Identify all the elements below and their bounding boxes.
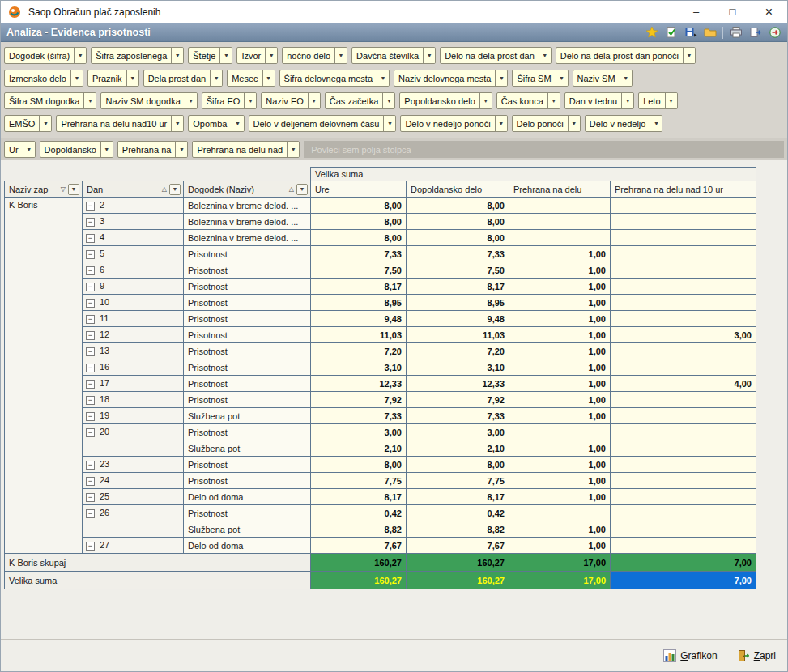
dropdown-arrow-icon[interactable]: ▼ bbox=[620, 70, 632, 86]
dropdown-arrow-icon[interactable]: ▼ bbox=[171, 48, 183, 63]
dropdown-arrow-icon[interactable]: ▼ bbox=[100, 142, 113, 157]
value-cell[interactable]: 1,00 bbox=[509, 457, 611, 473]
filter-field-popoldansko-delo[interactable]: Popoldansko delo▼ bbox=[399, 92, 492, 109]
collapse-icon[interactable]: − bbox=[86, 396, 95, 405]
filter-field-prehrana-na-delu-nad10-ur[interactable]: Prehrana na delu nad10 ur▼ bbox=[56, 115, 184, 132]
value-cell[interactable]: 8,17 bbox=[311, 489, 407, 505]
filter-field-as-za-etka[interactable]: Čas začetka▼ bbox=[325, 92, 396, 109]
value-cell[interactable] bbox=[611, 359, 756, 376]
value-cell[interactable]: 0,42 bbox=[311, 505, 407, 521]
window-minimize-button[interactable]: – bbox=[678, 1, 714, 23]
value-cell[interactable] bbox=[611, 279, 756, 295]
filter-field-delo-v-deljenem-delovnem-asu[interactable]: Delo v deljenem delovnem času▼ bbox=[249, 115, 397, 132]
value-cell[interactable]: 8,00 bbox=[311, 198, 407, 214]
value-cell[interactable] bbox=[611, 424, 756, 440]
value-cell[interactable] bbox=[611, 440, 756, 457]
event-cell[interactable]: Prisotnost bbox=[184, 392, 311, 408]
value-cell[interactable]: 1,00 bbox=[509, 262, 611, 279]
total-value-cell[interactable]: 160,27 bbox=[407, 572, 509, 589]
event-cell[interactable]: Prisotnost bbox=[184, 424, 311, 440]
filter-field-naziv-delovnega-mesta[interactable]: Naziv delovnega mesta▼ bbox=[394, 70, 508, 87]
filter-field-naziv-sm-dogodka[interactable]: Naziv SM dogodka▼ bbox=[100, 92, 197, 109]
event-cell[interactable]: Prisotnost bbox=[184, 457, 311, 473]
value-cell[interactable]: 8,00 bbox=[311, 230, 407, 246]
day-cell[interactable]: −23 bbox=[83, 457, 184, 473]
day-cell[interactable]: −4 bbox=[83, 230, 184, 246]
value-cell[interactable] bbox=[611, 262, 756, 279]
event-cell[interactable]: Prisotnost bbox=[184, 262, 311, 279]
event-cell[interactable]: Boleznina v breme delod. ... bbox=[184, 198, 311, 214]
value-cell[interactable]: 7,33 bbox=[311, 246, 407, 262]
value-cell[interactable]: 1,00 bbox=[509, 359, 611, 376]
collapse-icon[interactable]: − bbox=[86, 234, 95, 243]
filter-dropdown-icon[interactable]: ▼ bbox=[169, 184, 181, 195]
value-cell[interactable] bbox=[509, 230, 611, 246]
value-cell[interactable]: 9,48 bbox=[311, 311, 407, 327]
value-cell[interactable]: 7,67 bbox=[407, 538, 509, 554]
event-cell[interactable]: Prisotnost bbox=[184, 343, 311, 359]
save-export-icon[interactable] bbox=[684, 26, 697, 40]
value-cell[interactable]: 9,48 bbox=[407, 311, 509, 327]
filter-field-no-no-delo[interactable]: nočno delo▼ bbox=[282, 47, 347, 64]
event-cell[interactable]: Prisotnost bbox=[184, 327, 311, 343]
event-cell[interactable]: Prisotnost bbox=[184, 359, 311, 376]
event-cell[interactable]: Službena pot bbox=[184, 521, 311, 538]
value-cell[interactable] bbox=[611, 489, 756, 505]
value-cell[interactable]: 8,00 bbox=[311, 214, 407, 230]
value-cell[interactable]: 8,00 bbox=[407, 214, 509, 230]
day-cell[interactable]: −3 bbox=[83, 214, 184, 230]
dropdown-arrow-icon[interactable]: ▼ bbox=[495, 70, 507, 86]
value-cell[interactable]: 1,00 bbox=[509, 376, 611, 392]
filter-dropdown-icon[interactable]: ▼ bbox=[296, 184, 308, 195]
value-cell[interactable]: 1,00 bbox=[509, 246, 611, 262]
value-cell[interactable] bbox=[611, 473, 756, 489]
value-cell[interactable]: 1,00 bbox=[509, 521, 611, 538]
day-cell[interactable]: −5 bbox=[83, 246, 184, 262]
collapse-icon[interactable]: − bbox=[86, 331, 95, 340]
filter-field-naziv-sm[interactable]: Naziv SM▼ bbox=[573, 70, 633, 87]
chart-button[interactable]: Grafikon bbox=[663, 649, 717, 662]
event-cell[interactable]: Boleznina v breme delod. ... bbox=[184, 230, 311, 246]
event-cell[interactable]: Delo od doma bbox=[184, 489, 311, 505]
filter-dropdown-icon[interactable]: ▼ bbox=[68, 184, 79, 195]
filter-field-ifra-zaposlenega[interactable]: Šifra zaposlenega▼ bbox=[91, 47, 184, 64]
day-cell[interactable]: −12 bbox=[83, 327, 184, 343]
value-cell[interactable]: 8,00 bbox=[407, 457, 509, 473]
value-cell[interactable]: 1,00 bbox=[509, 327, 611, 343]
value-cell[interactable]: 1,00 bbox=[509, 473, 611, 489]
filter-field-naziv-eo[interactable]: Naziv EO▼ bbox=[261, 92, 320, 109]
send-data-icon[interactable] bbox=[768, 26, 782, 40]
grand-column-header[interactable]: Velika suma bbox=[311, 168, 756, 181]
dropdown-arrow-icon[interactable]: ▼ bbox=[171, 116, 183, 131]
value-cell[interactable]: 8,00 bbox=[407, 230, 509, 246]
collapse-icon[interactable]: − bbox=[86, 315, 95, 324]
collapse-icon[interactable]: − bbox=[86, 202, 95, 211]
dropdown-arrow-icon[interactable]: ▼ bbox=[568, 116, 580, 131]
filter-field-ifra-eo[interactable]: Šifra EO▼ bbox=[202, 92, 258, 109]
day-cell[interactable]: −6 bbox=[83, 262, 184, 279]
value-cell[interactable]: 1,00 bbox=[509, 392, 611, 408]
value-cell[interactable]: 8,82 bbox=[311, 521, 407, 538]
value-cell[interactable] bbox=[611, 230, 756, 246]
collapse-icon[interactable]: − bbox=[86, 218, 95, 227]
column-header-dopoldansko-delo[interactable]: Dopoldansko delo bbox=[407, 181, 509, 198]
dropdown-arrow-icon[interactable]: ▼ bbox=[39, 116, 51, 131]
export-copy-icon[interactable] bbox=[748, 26, 762, 40]
value-cell[interactable] bbox=[611, 408, 756, 424]
value-cell[interactable] bbox=[611, 295, 756, 311]
day-cell[interactable]: −27 bbox=[83, 538, 184, 554]
day-cell[interactable]: −24 bbox=[83, 473, 184, 489]
collapse-icon[interactable]: − bbox=[86, 266, 95, 275]
value-cell[interactable]: 12,33 bbox=[311, 376, 407, 392]
day-cell[interactable]: −10 bbox=[83, 295, 184, 311]
value-cell[interactable] bbox=[611, 214, 756, 230]
dropdown-arrow-icon[interactable]: ▼ bbox=[232, 116, 244, 131]
dropdown-arrow-icon[interactable]: ▼ bbox=[74, 48, 86, 63]
collapse-icon[interactable]: − bbox=[86, 461, 95, 470]
value-cell[interactable]: 8,82 bbox=[407, 521, 509, 538]
row-field-naziv-zap[interactable]: Naziv zap ▽ ▼ bbox=[5, 181, 83, 198]
value-cell[interactable]: 0,42 bbox=[407, 505, 509, 521]
value-cell[interactable]: 7,50 bbox=[407, 262, 509, 279]
collapse-icon[interactable]: − bbox=[86, 380, 95, 389]
value-cell[interactable]: 7,75 bbox=[311, 473, 407, 489]
